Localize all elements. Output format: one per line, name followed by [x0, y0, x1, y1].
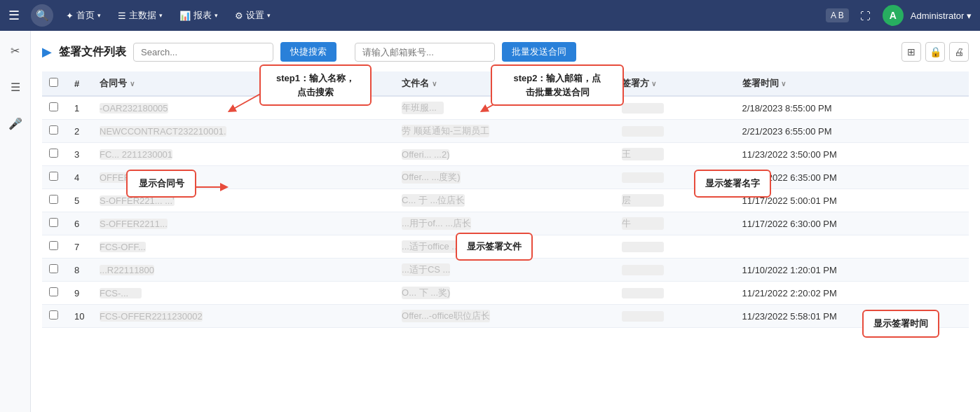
- col-header-contract[interactable]: 合同号 ∨: [93, 71, 395, 96]
- print-button[interactable]: 🖨: [949, 42, 969, 62]
- row-num-6: 6: [67, 212, 93, 235]
- row-filename-3: Offeri... ...2): [395, 143, 615, 166]
- col-header-time[interactable]: 签署时间 ∨: [735, 71, 969, 96]
- row-check-1[interactable]: [42, 96, 67, 120]
- row-signatory-5: 层: [615, 189, 735, 212]
- row-check-2[interactable]: [42, 120, 67, 143]
- table-row: 9 FCS-... O... 下 ...奖) 11/21/2022 2:20:0…: [42, 282, 969, 305]
- col-header-signatory[interactable]: 签署方 ∨: [615, 71, 735, 96]
- menu-icon[interactable]: ☰: [8, 8, 20, 23]
- row-checkbox-5[interactable]: [49, 195, 58, 204]
- row-check-4[interactable]: [42, 166, 67, 189]
- email-input[interactable]: [355, 43, 495, 62]
- row-checkbox-2[interactable]: [49, 125, 58, 135]
- col-header-check: [42, 71, 67, 96]
- reports-icon: 📊: [179, 11, 191, 21]
- row-time-7: [735, 235, 969, 259]
- row-num-2: 2: [67, 120, 93, 143]
- top-navigation: ☰ 🔍 ✦ 首页 ▾ ☰ 主数据 ▾ 📊 报表 ▾ ⚙ 设置 ▾ A B ⛶ A…: [0, 0, 980, 31]
- search-input[interactable]: [133, 43, 273, 62]
- row-num-3: 3: [67, 143, 93, 166]
- row-signatory-7: [615, 235, 735, 259]
- table-row: 6 S-OFFER2211... ...用于of... ...店长 牛 11/1…: [42, 212, 969, 235]
- nav-item-master-data[interactable]: ☰ 主数据 ▾: [111, 6, 170, 25]
- row-contract-1: -OAR232180005: [93, 96, 395, 120]
- table-row: 4 OFFER2... ...02 Offer... ...度奖) 11/14/…: [42, 166, 969, 189]
- nav-item-reports[interactable]: 📊 报表 ▾: [172, 6, 225, 25]
- row-contract-2: NEWCCONTRACT232210001.: [93, 120, 395, 143]
- row-check-7[interactable]: [42, 235, 67, 259]
- table-row: 1 -OAR232180005 年班服... 2/18/2023 8:55:00…: [42, 96, 969, 120]
- row-num-5: 5: [67, 189, 93, 212]
- language-button[interactable]: A B: [826, 8, 849, 22]
- master-data-icon: ☰: [118, 11, 126, 21]
- page-header: ▶ 签署文件列表 快捷搜索 批量发送合同 ⊞ 🔒 🖨: [42, 42, 969, 62]
- table-row: 2 NEWCCONTRACT232210001. 劳 顺延通知-三期员工 2/2…: [42, 120, 969, 143]
- user-avatar: A: [883, 5, 904, 26]
- contract-sort-icon: ∨: [130, 80, 135, 88]
- row-contract-3: FC... 2211230001: [93, 143, 395, 166]
- row-check-5[interactable]: [42, 189, 67, 212]
- sidebar-item-mic[interactable]: 🎤: [3, 111, 28, 136]
- row-time-4: 11/14/2022 6:35:00 PM: [735, 166, 969, 189]
- row-checkbox-1[interactable]: [49, 102, 58, 111]
- fullscreen-icon[interactable]: ⛶: [856, 6, 876, 25]
- row-check-9[interactable]: [42, 282, 67, 305]
- table-header-row: # 合同号 ∨ 文件名 ∨ 签署方 ∨: [42, 71, 969, 96]
- row-contract-4: OFFER2... ...02: [93, 166, 395, 189]
- master-data-caret-icon: ▾: [159, 12, 163, 19]
- row-checkbox-3[interactable]: [49, 149, 58, 158]
- signatory-sort-icon: ∨: [651, 80, 656, 88]
- main-content: ▶ 签署文件列表 快捷搜索 批量发送合同 ⊞ 🔒 🖨 step1：输入名称， 点…: [31, 31, 980, 412]
- row-signatory-9: [615, 282, 735, 305]
- row-filename-5: C... 于 ...位店长: [395, 189, 615, 212]
- row-checkbox-6[interactable]: [49, 218, 58, 227]
- row-check-10[interactable]: [42, 305, 67, 328]
- sidebar: ✂ ☰ 🎤: [0, 31, 31, 412]
- row-filename-9: O... 下 ...奖): [395, 282, 615, 305]
- table-row: 7 FCS-OFF... ...适于office ...张: [42, 235, 969, 259]
- home-icon: ✦: [66, 11, 74, 21]
- row-check-8[interactable]: [42, 259, 67, 282]
- row-time-8: 11/10/2022 1:20:01 PM: [735, 259, 969, 282]
- nav-item-home[interactable]: ✦ 首页 ▾: [59, 6, 108, 25]
- sidebar-item-list[interactable]: ☰: [3, 74, 28, 99]
- row-signatory-1: [615, 96, 735, 120]
- row-checkbox-4[interactable]: [49, 172, 58, 181]
- row-check-3[interactable]: [42, 143, 67, 166]
- row-checkbox-8[interactable]: [49, 264, 58, 273]
- row-num-1: 1: [67, 96, 93, 120]
- row-signatory-10: [615, 305, 735, 328]
- row-filename-2: 劳 顺延通知-三期员工: [395, 120, 615, 143]
- batch-send-button[interactable]: 批量发送合同: [502, 42, 576, 62]
- row-signatory-8: [615, 259, 735, 282]
- row-checkbox-9[interactable]: [49, 287, 58, 296]
- quick-search-button[interactable]: 快捷搜索: [280, 42, 336, 62]
- row-filename-7: ...适于office ...张: [395, 235, 615, 259]
- row-num-10: 10: [67, 305, 93, 328]
- sidebar-item-scissors[interactable]: ✂: [3, 38, 28, 63]
- row-filename-4: Offer... ...度奖): [395, 166, 615, 189]
- row-time-2: 2/21/2023 6:55:00 PM: [735, 120, 969, 143]
- grid-view-button[interactable]: ⊞: [901, 42, 921, 62]
- table-row: 10 FCS-OFFER2211230002 Offer...-office职位…: [42, 305, 969, 328]
- row-time-5: 11/17/2022 5:00:01 PM: [735, 189, 969, 212]
- username-label[interactable]: Administrator ▾: [911, 11, 972, 21]
- row-contract-8: ...R22111800: [93, 259, 395, 282]
- topnav-right: A B ⛶ A Administrator ▾: [826, 5, 972, 26]
- row-num-7: 7: [67, 235, 93, 259]
- col-header-filename[interactable]: 文件名 ∨: [395, 71, 615, 96]
- row-checkbox-7[interactable]: [49, 241, 58, 250]
- row-contract-6: S-OFFER2211...: [93, 212, 395, 235]
- row-contract-5: S-OFFER221... ...': [93, 189, 395, 212]
- lock-button[interactable]: 🔒: [925, 42, 945, 62]
- row-checkbox-10[interactable]: [49, 310, 58, 320]
- nav-item-settings[interactable]: ⚙ 设置 ▾: [228, 6, 278, 25]
- select-all-checkbox[interactable]: [49, 78, 58, 87]
- topnav-items: ✦ 首页 ▾ ☰ 主数据 ▾ 📊 报表 ▾ ⚙ 设置 ▾: [59, 6, 820, 25]
- topnav-search-icon[interactable]: 🔍: [31, 4, 53, 27]
- home-caret-icon: ▾: [97, 12, 101, 19]
- col-header-num: #: [67, 71, 93, 96]
- row-check-6[interactable]: [42, 212, 67, 235]
- row-signatory-2: [615, 120, 735, 143]
